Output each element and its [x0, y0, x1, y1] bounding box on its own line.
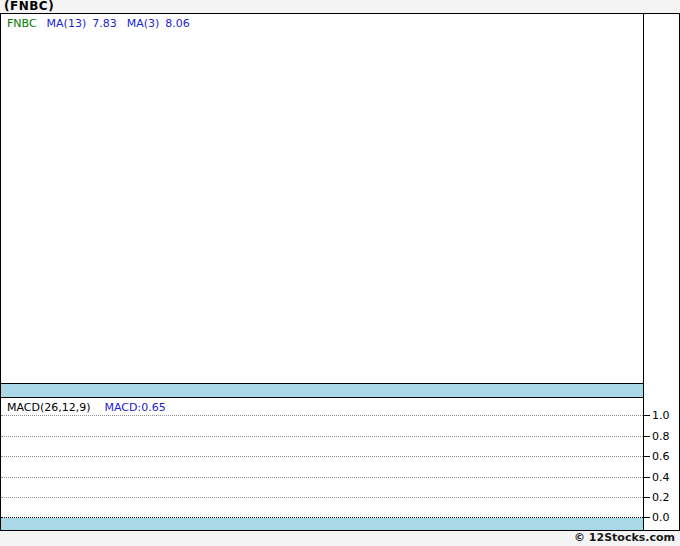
- chart-frame: FNBCMA(13)7.83MA(3)8.06 MACD(26,12,9)MAC…: [0, 13, 680, 531]
- macd-value: MACD:0.65: [105, 401, 166, 414]
- axis-tick: [643, 477, 650, 478]
- page-title: (FNBC): [4, 0, 54, 13]
- price-legend: FNBCMA(13)7.83MA(3)8.06: [7, 17, 200, 30]
- panel-separator-band: [1, 383, 643, 398]
- axis-tick: [643, 456, 650, 457]
- legend-ma3-label: MA(3): [127, 17, 160, 30]
- gridline: [1, 456, 643, 457]
- axis-tick-label: 0.0: [652, 511, 678, 524]
- axis-tick-label: 0.8: [652, 430, 678, 443]
- gridline: [1, 477, 643, 478]
- bottom-band: [1, 518, 643, 530]
- legend-symbol: FNBC: [7, 17, 37, 30]
- legend-ma13-label: MA(13): [47, 17, 87, 30]
- axis-tick-label: 0.4: [652, 471, 678, 484]
- y-axis-line: [643, 14, 644, 530]
- axis-tick: [643, 517, 650, 518]
- axis-tick: [643, 415, 650, 416]
- axis-tick: [643, 497, 650, 498]
- gridline: [1, 436, 643, 437]
- page: { "page": { "title": "(FNBC)", "footer":…: [0, 0, 680, 546]
- legend-ma3-value: 8.06: [165, 17, 190, 30]
- legend-ma13-value: 7.83: [92, 17, 117, 30]
- gridline: [1, 415, 643, 416]
- copyright: © 12Stocks.com: [574, 531, 675, 544]
- axis-tick: [643, 436, 650, 437]
- macd-label: MACD(26,12,9): [7, 401, 91, 414]
- axis-tick-label: 0.6: [652, 450, 678, 463]
- axis-tick-label: 1.0: [652, 409, 678, 422]
- macd-legend: MACD(26,12,9)MACD:0.65: [7, 401, 166, 414]
- axis-tick-label: 0.2: [652, 491, 678, 504]
- gridline: [1, 497, 643, 498]
